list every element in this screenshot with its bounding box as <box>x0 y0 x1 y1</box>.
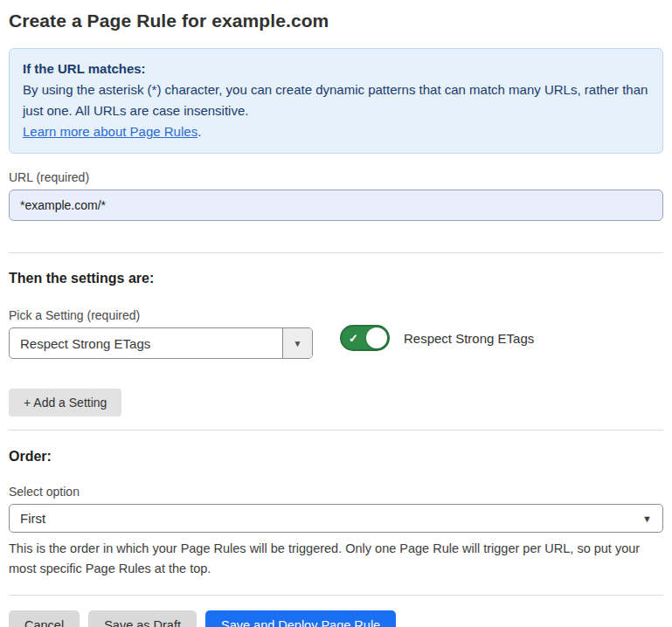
order-select[interactable]: First ▼ <box>9 504 663 533</box>
settings-heading: Then the settings are: <box>9 271 663 286</box>
save-and-deploy-button[interactable]: Save and Deploy Page Rule <box>205 610 396 627</box>
chevron-down-icon: ▼ <box>294 339 302 348</box>
footer-divider <box>9 595 663 596</box>
order-heading: Order: <box>9 449 663 465</box>
url-input[interactable] <box>9 189 663 221</box>
check-icon: ✓ <box>349 332 358 345</box>
page-title: Create a Page Rule for example.com <box>9 10 663 31</box>
section-divider <box>9 430 663 431</box>
setting-select-arrow-button[interactable]: ▼ <box>282 328 312 358</box>
order-help-text: This is the order in which your Page Rul… <box>9 539 663 579</box>
page-rule-form: Create a Page Rule for example.com If th… <box>0 0 672 627</box>
setting-toggle-group: ✓ Respect Strong ETags <box>340 325 534 351</box>
info-box-heading: If the URL matches: <box>23 59 649 79</box>
setting-select-value: Respect Strong ETags <box>10 328 282 358</box>
section-divider <box>9 252 663 253</box>
chevron-down-icon: ▼ <box>642 513 652 524</box>
url-field-label: URL (required) <box>9 170 663 184</box>
setting-row: Pick a Setting (required) Respect Strong… <box>9 308 663 359</box>
info-box-link-line: Learn more about Page Rules. <box>23 121 649 142</box>
add-setting-button[interactable]: + Add a Setting <box>9 389 121 417</box>
footer-buttons: Cancel Save as Draft Save and Deploy Pag… <box>9 610 663 627</box>
respect-strong-etags-toggle[interactable]: ✓ <box>340 325 390 351</box>
info-box-body: By using the asterisk (*) character, you… <box>23 79 649 121</box>
pick-setting-label: Pick a Setting (required) <box>9 308 313 322</box>
order-select-value: First <box>20 511 642 526</box>
save-as-draft-button[interactable]: Save as Draft <box>88 610 197 627</box>
order-select-label: Select option <box>9 485 663 499</box>
toggle-label: Respect Strong ETags <box>404 331 534 346</box>
link-period: . <box>197 124 201 139</box>
url-matches-info-box: If the URL matches: By using the asteris… <box>9 48 663 154</box>
toggle-knob <box>366 327 387 348</box>
cancel-button[interactable]: Cancel <box>9 610 80 627</box>
setting-select[interactable]: Respect Strong ETags ▼ <box>9 327 313 359</box>
setting-select-column: Pick a Setting (required) Respect Strong… <box>9 308 313 359</box>
learn-more-link[interactable]: Learn more about Page Rules <box>23 124 197 139</box>
